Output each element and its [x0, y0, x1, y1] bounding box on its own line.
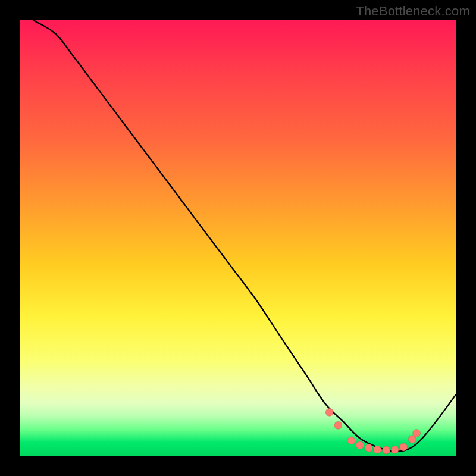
marker-dot	[400, 443, 408, 451]
marker-dot	[391, 446, 399, 453]
marker-dot	[382, 446, 390, 454]
chart-svg	[20, 20, 456, 456]
marker-dot	[413, 429, 421, 437]
inflection-dots	[325, 408, 420, 454]
marker-dot	[356, 441, 364, 449]
chart-frame: TheBottleneck.com	[0, 0, 476, 476]
marker-dot	[374, 446, 381, 453]
curve-line	[33, 20, 456, 452]
marker-dot	[347, 437, 355, 444]
marker-dot	[325, 408, 333, 416]
marker-dot	[365, 444, 372, 452]
marker-dot	[334, 421, 342, 429]
watermark-text: TheBottleneck.com	[356, 4, 470, 19]
plot-area	[20, 20, 456, 456]
